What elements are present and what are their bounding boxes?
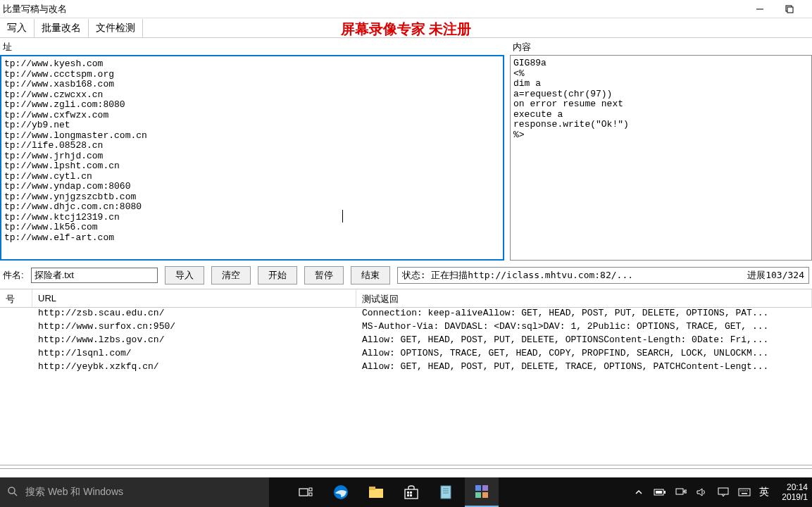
taskbar: 搜索 Web 和 Windows [0,477,812,507]
store-icon[interactable] [394,477,428,507]
content-label: 内容 [510,39,812,55]
content-panel: 内容 GIG89a <% dim a a=request(chr(97)) on… [507,38,812,262]
bottom-divider [0,465,812,469]
keyboard-icon[interactable] [738,486,751,499]
svg-rect-15 [410,494,412,496]
clock-date: 2019/1 [782,492,808,502]
results-body: http://zsb.scau.edu.cn/ Connection: keep… [0,308,812,375]
row-resp: Connection: keep-aliveAllow: GET, HEAD, … [356,308,812,321]
start-button[interactable]: 开始 [258,266,297,284]
row-url: http://www.surfox.cn:950/ [32,321,356,334]
file-explorer-icon[interactable] [359,477,393,507]
menu-rename[interactable]: 批量改名 [35,19,89,37]
volume-icon[interactable] [696,486,708,499]
task-view-icon[interactable] [289,477,323,507]
col-header-url[interactable]: URL [32,289,356,307]
col-header-resp[interactable]: 测试返回 [356,289,812,307]
stop-button[interactable]: 结束 [351,266,390,284]
svg-point-3 [8,487,15,494]
content-textarea[interactable]: GIG89a <% dim a a=request(chr(97)) on er… [510,55,812,261]
minimize-button[interactable] [751,1,768,18]
upper-split: 址 tp://www.kyesh.com tp://www.ccctspm.or… [0,38,812,262]
pause-button[interactable]: 暂停 [304,266,344,284]
svg-point-35 [747,490,748,491]
network-icon[interactable] [675,486,687,499]
row-resp: Allow: GET, HEAD, POST, PUT, DELETE, TRA… [356,361,812,375]
results-table: 号 URL 测试返回 http://zsb.scau.edu.cn/ Conne… [0,289,812,450]
svg-rect-25 [664,491,666,494]
svg-rect-31 [739,489,750,496]
menu-filecheck[interactable]: 文件检测 [89,19,143,37]
battery-icon[interactable] [654,486,666,499]
url-list-content: tp://www.kyesh.com tp://www.ccctspm.org … [4,58,147,243]
text-caret [342,210,343,223]
taskbar-clock[interactable]: 20:14 2019/1 [777,482,808,502]
svg-line-4 [14,493,17,496]
svg-rect-36 [742,493,747,494]
svg-rect-6 [309,488,312,491]
menubar: 写入 批量改名 文件检测 屏幕录像专家 未注册 [0,18,812,38]
tray-chevron-icon[interactable] [632,486,645,499]
svg-rect-13 [410,492,412,494]
file-label: 件名: [3,269,24,282]
table-row[interactable]: http://zsb.scau.edu.cn/ Connection: keep… [0,308,812,321]
svg-rect-22 [475,492,481,498]
menu-write[interactable]: 写入 [0,19,35,37]
table-row[interactable]: http://www.lzbs.gov.cn/ Allow: GET, HEAD… [0,334,812,348]
table-row[interactable]: http://www.surfox.cn:950/ MS-Author-Via:… [0,321,812,334]
svg-rect-26 [656,491,662,494]
system-tray: 英 20:14 2019/1 [632,482,812,502]
row-url: http://yeybk.xzkfq.cn/ [32,361,356,375]
row-url: http://zsb.scau.edu.cn/ [32,308,356,321]
ime-indicator[interactable]: 英 [759,486,769,499]
svg-rect-20 [475,485,481,491]
row-url: http://lsqnl.com/ [32,348,356,361]
progress-text: 进展103/324 [747,269,804,282]
status-box: 状态: 正在扫描http://iclass.mhtvu.com:82/... 进… [397,267,809,284]
controls-row: 件名: 导入 清空 开始 暂停 结束 状态: 正在扫描http://iclass… [0,262,812,289]
task-icons [289,477,499,507]
filename-input[interactable] [31,268,158,283]
search-placeholder: 搜索 Web 和 Windows [25,486,123,499]
status-text: 状态: 正在扫描http://iclass.mhtvu.com:82/... [402,269,734,282]
status-label: 状态: [402,270,426,280]
col-header-num[interactable]: 号 [0,289,32,307]
results-header: 号 URL 测试返回 [0,289,812,308]
svg-rect-10 [369,487,375,490]
clear-button[interactable]: 清空 [211,266,251,284]
svg-rect-21 [482,485,488,491]
svg-rect-23 [482,492,488,498]
svg-point-34 [745,490,746,491]
import-button[interactable]: 导入 [165,266,204,284]
svg-rect-2 [787,7,793,13]
url-list-label: 址 [0,39,504,55]
svg-rect-11 [405,489,418,499]
svg-rect-16 [441,486,451,499]
svg-rect-14 [407,494,409,496]
search-icon [7,486,18,499]
svg-point-33 [743,490,744,491]
row-url: http://www.lzbs.gov.cn/ [32,334,356,348]
row-resp: MS-Author-Via: DAVDASL: <DAV:sql>DAV: 1,… [356,321,812,334]
action-center-icon[interactable] [717,486,730,499]
svg-rect-7 [309,493,312,496]
titlebar: 比量写稿与改名 [0,0,812,18]
svg-point-32 [741,490,742,491]
watermark-text: 屏幕录像专家 未注册 [341,20,471,39]
url-list-textarea[interactable]: tp://www.kyesh.com tp://www.ccctspm.org … [0,55,504,261]
row-resp: Allow: GET, HEAD, POST, PUT, DELETE, OPT… [356,334,812,348]
edge-icon[interactable] [324,477,358,507]
taskbar-search[interactable]: 搜索 Web 和 Windows [0,477,269,507]
svg-rect-5 [299,489,308,496]
svg-rect-12 [407,492,409,494]
table-row[interactable]: http://yeybk.xzkfq.cn/ Allow: GET, HEAD,… [0,361,812,375]
window-controls [751,1,812,18]
table-row[interactable]: http://lsqnl.com/ Allow: OPTIONS, TRACE,… [0,348,812,361]
app-icon[interactable] [465,477,499,507]
row-resp: Allow: OPTIONS, TRACE, GET, HEAD, COPY, … [356,348,812,361]
clock-time: 20:14 [782,482,808,492]
status-value: 正在扫描http://iclass.mhtvu.com:82/... [431,270,633,280]
window-title: 比量写稿与改名 [3,3,67,15]
notepad-icon[interactable] [430,477,463,507]
maximize-button[interactable] [781,1,798,18]
